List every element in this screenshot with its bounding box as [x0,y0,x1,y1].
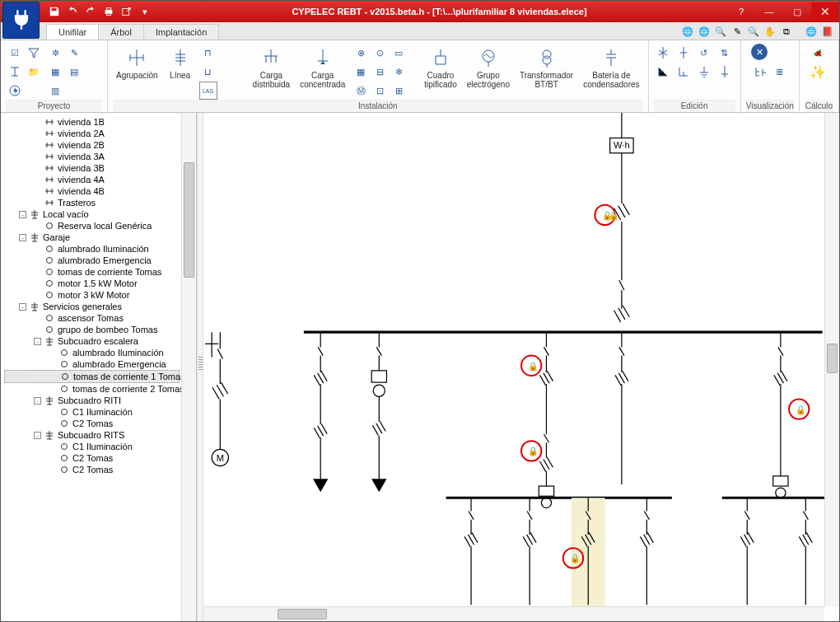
layers-icon[interactable]: ≣ [770,63,788,81]
motor-sm-icon[interactable]: Ⓜ [352,82,370,100]
tree-item[interactable]: -Subcuadro RITS [4,429,180,441]
cut-pole-icon[interactable] [654,44,672,62]
outlet-icon[interactable]: ⊡ [371,82,389,100]
bateria-condensadores-button[interactable]: Batería de condensadores [580,44,642,91]
folders-icon[interactable]: 📁 [25,63,43,81]
gear-icon[interactable]: ✲ [46,44,64,62]
socket-icon[interactable]: ⊙ [371,44,389,62]
tree-item[interactable]: motor 3 kW Motor [4,289,180,301]
project-tree[interactable]: vivienda 1Bvivienda 2Avivienda 2Bviviend… [1,113,181,621]
check-icon[interactable]: ☑ [6,44,24,62]
tree-item[interactable]: vivienda 1B [4,116,180,128]
check-green-icon[interactable]: ✔✖ [809,44,827,62]
globe-icon[interactable]: 🌐 [698,25,711,38]
ac-icon[interactable]: ❄ [390,63,408,81]
single-line-diagram[interactable]: W·h 🔒🔒 M [203,113,839,606]
close-round-icon[interactable]: ✕ [751,44,768,60]
tree-toggle-icon[interactable]: - [34,338,41,345]
tree-expand-icon[interactable] [751,63,769,81]
grupo-electrogeno-button[interactable]: Grupo electrógeno [464,44,513,91]
tree-item[interactable]: grupo de bombeo Tomas [4,324,180,335]
cuadro-tipificado-button[interactable]: Cuadro tipificado [421,44,460,91]
wand-icon[interactable]: ✨ [809,63,827,81]
tree-item[interactable]: C2 Tomas [4,464,180,475]
agrupacion-button[interactable]: Agrupación [113,44,161,82]
splitter-handle[interactable] [197,113,203,621]
zoom-out-icon[interactable]: 🔍 [714,25,727,38]
ground-icon[interactable] [695,63,713,81]
tree-item[interactable]: Reserva local Genérica [4,220,180,231]
tab-arbol[interactable]: Árbol [98,24,144,40]
funnel-icon[interactable] [25,44,43,62]
tree-item[interactable]: -Subcuadro escalera [4,335,180,347]
copy-icon[interactable]: ⧉ [780,25,793,38]
minimize-button[interactable]: — [755,2,783,21]
lightning-icon[interactable] [6,82,24,100]
tree-item[interactable]: Trasteros [4,197,180,208]
tab-unifilar[interactable]: Unifilar [46,24,99,40]
tree-diagram-icon[interactable] [6,63,24,81]
tree-toggle-icon[interactable]: - [19,303,26,311]
zoom-fit-icon[interactable]: 🔍 [747,25,760,38]
tree-item[interactable]: vivienda 4A [4,174,180,185]
web-icon[interactable]: 🌐 [805,25,818,38]
swap-icon[interactable]: ⇅ [716,44,734,62]
tree-toggle-icon[interactable]: - [19,234,26,241]
export-icon[interactable] [120,5,133,18]
undo-icon[interactable] [66,5,79,18]
app-menu-icon[interactable] [2,2,40,39]
branch1-icon[interactable] [654,63,672,81]
tree-item[interactable]: vivienda 2A [4,128,180,139]
rotate-icon[interactable]: ↺ [695,44,713,62]
tree-item[interactable]: tomas de corriente 1 Tomas [4,370,180,383]
close-button[interactable]: ✕ [811,2,839,21]
pencil-icon[interactable]: ✎ [730,25,744,38]
carga-distribuida-button[interactable]: Carga distribuida [250,44,294,91]
tree-item[interactable]: ascensor Tomas [4,312,180,324]
dist-sm-icon[interactable]: ⊔ [199,63,217,81]
print-icon[interactable] [102,5,115,18]
pencil2-icon[interactable]: ✎ [65,44,83,62]
tree-toggle-icon[interactable]: - [34,397,41,405]
box-icon[interactable]: ▭ [390,44,408,62]
canvas-v-scrollbar[interactable] [824,113,839,606]
tree-item[interactable]: C1 Iluminación [4,406,180,418]
branch2-icon[interactable] [674,63,693,81]
tree-item[interactable]: C1 Iluminación [4,441,180,452]
tree-item[interactable]: tomas de corriente Tomas [4,266,180,278]
carga-concentrada-button[interactable]: Carga concentrada [296,44,348,91]
conn-icon[interactable]: ⊞ [390,82,408,100]
tree-item[interactable]: C2 Tomas [4,452,180,464]
tree-item[interactable]: vivienda 3A [4,151,180,162]
tree-item[interactable]: tomas de corriente 2 Tomas [4,383,180,395]
transformador-button[interactable]: Transformador BT/BT [516,44,576,91]
tree-item[interactable]: -Garaje [4,231,180,243]
tree-toggle-icon[interactable]: - [34,432,41,439]
load-sm-icon[interactable]: ⊓ [199,44,217,62]
canvas-h-scrollbar[interactable] [203,606,824,621]
save-icon[interactable] [48,5,61,18]
calc-icon[interactable]: ▦ [46,63,64,81]
las-sm-icon[interactable]: LAS [199,82,217,100]
globe-refresh-icon[interactable]: 🌐 [681,25,694,38]
tree-item[interactable]: alumbrado Emergencia [4,255,180,266]
tree-item[interactable]: -Servicios generales [4,301,180,312]
maximize-button[interactable]: ▢ [783,2,811,21]
doc-icon[interactable]: ▥ [46,82,64,100]
tree-item[interactable]: alumbrado Emergencia [4,358,180,370]
redo-icon[interactable] [84,5,97,18]
tree-item[interactable]: vivienda 3B [4,162,180,174]
tree-scrollbar[interactable] [181,113,196,621]
linea-button[interactable]: Línea [165,44,196,82]
tree-item[interactable]: alumbrado Iluminación [4,347,180,358]
lamp-icon[interactable]: ⊗ [352,44,370,62]
pole-ground-icon[interactable] [716,63,734,81]
qat-dropdown-icon[interactable]: ▾ [138,5,152,18]
book-icon[interactable]: 📕 [821,25,834,38]
heater-icon[interactable]: ▦ [352,63,370,81]
tab-implantacion[interactable]: Implantación [143,24,219,40]
hand-pan-icon[interactable]: ✋ [763,25,777,38]
tree-toggle-icon[interactable]: - [19,211,26,218]
tree-item[interactable]: alumbrado Iluminación [4,243,180,255]
tree-item[interactable]: motor 1.5 kW Motor [4,278,180,289]
